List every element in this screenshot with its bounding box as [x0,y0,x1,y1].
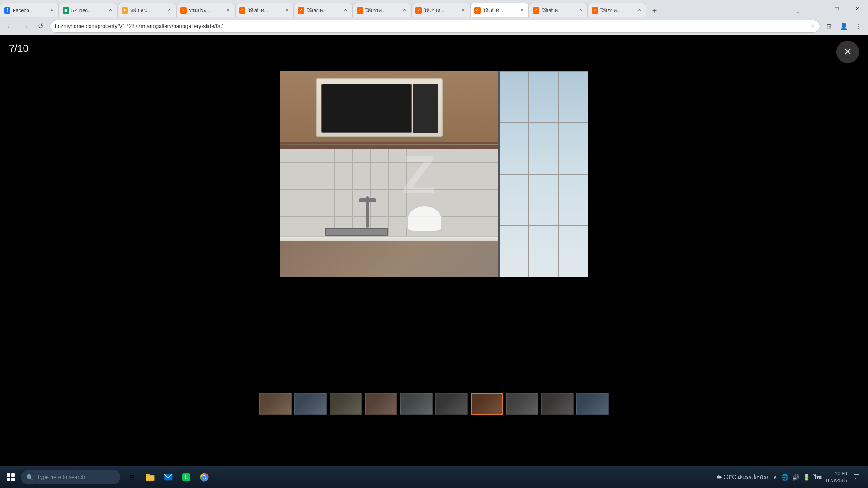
thumbnail-4[interactable] [365,393,397,415]
thumbnail-1[interactable] [259,393,292,415]
tab-title: รามประ... [189,6,225,14]
start-button[interactable] [3,469,19,485]
tab-rental-7[interactable]: Z ให้เช่าค... ✕ [588,3,646,17]
thumbnail-5[interactable] [400,393,433,415]
tab-52ideas[interactable]: ▦ 52 Idec... ✕ [59,3,118,17]
weather-widget[interactable]: 🌧 33°C ฝนตกเล็กน้อย [716,473,769,482]
taskbar-search[interactable]: 🔍 Type here to search [21,470,120,484]
favicon-chula: ✦ [122,7,128,14]
new-tab-button[interactable]: + [648,5,661,17]
chrome-button[interactable] [196,469,212,485]
thumbnail-8[interactable] [506,393,538,415]
network-icon[interactable]: 🌐 [780,473,789,482]
close-gallery-button[interactable]: ✕ [836,41,859,63]
svg-rect-2 [164,474,172,480]
tab-title: ให้เช่าค... [600,6,636,14]
tab-close-rental6[interactable]: ✕ [577,7,584,14]
clock[interactable]: 10:59 16/3/2565 [825,470,847,484]
profile-icon[interactable]: 👤 [837,20,850,33]
toolbar-icons: ⊡ 👤 ⋮ [823,20,864,33]
mail-button[interactable] [160,469,176,485]
tab-rental-1[interactable]: Z ให้เช่าค... ✕ [235,3,294,17]
tab-ram[interactable]: Z รามประ... ✕ [176,3,235,17]
thumbnail-10[interactable] [576,393,609,415]
thumbnail-7-active[interactable] [471,393,503,415]
rain-icon: 🌧 [716,474,722,481]
tab-close-rental4[interactable]: ✕ [460,7,466,14]
more-options-icon[interactable]: ⋮ [852,20,864,33]
tab-rental-6[interactable]: Z ให้เช่าค... ✕ [529,3,588,17]
favicon-rental2: Z [298,7,304,14]
tab-rental-3[interactable]: Z ให้เช่าค... ✕ [353,3,411,17]
language-indicator[interactable]: ไทย [814,473,822,481]
tab-rental-2[interactable]: Z ให้เช่าค... ✕ [294,3,353,17]
temperature: 33°C [724,474,736,480]
notification-icon: 🗨 [853,474,859,481]
svg-text:L: L [185,474,188,480]
tab-title: ให้เช่าค... [248,6,283,14]
window-buttons: — □ ✕ [806,0,868,17]
address-bar-row: ← → ↺ th.zmyhome.com/property/V172877#na… [0,17,868,35]
windows-logo-icon [7,473,15,481]
tab-title: จุฬา สน... [130,6,166,14]
time-display: 10:59 [825,470,847,477]
speaker-icon[interactable]: 🔊 [791,473,800,482]
tab-close-ram[interactable]: ✕ [225,7,231,14]
favicon-facebook: f [4,7,10,14]
tab-close-rental2[interactable]: ✕ [342,7,349,14]
tab-facebook[interactable]: f Facebo... ✕ [0,3,59,17]
url-text: th.zmyhome.com/property/V172877#nanogall… [55,23,810,29]
close-window-button[interactable]: ✕ [847,0,868,17]
thumbnail-6[interactable] [435,393,468,415]
tab-close-rental1[interactable]: ✕ [283,7,290,14]
chevron-up-icon[interactable]: ∧ [772,473,778,482]
favicon-rental4: Z [415,7,422,14]
back-button[interactable]: ← [4,20,16,33]
search-icon: 🔍 [26,474,33,481]
maximize-button[interactable]: □ [826,0,847,17]
tab-title: ให้เช่าค... [542,6,577,14]
address-bar[interactable]: th.zmyhome.com/property/V172877#nanogall… [50,20,820,33]
line-button[interactable]: L [178,469,194,485]
favicon-rental6: Z [533,7,539,14]
forward-button[interactable]: → [19,20,32,33]
slide-counter: 7/10 [9,42,28,54]
tab-dropdown[interactable]: ⌄ [791,5,804,17]
tab-title: ให้เช่าค... [307,6,342,14]
battery-icon[interactable]: 🔋 [802,473,811,482]
thumbnail-3[interactable] [330,393,362,415]
taskbar-apps: ⊞ L [122,469,214,485]
taskbar: 🔍 Type here to search ⊞ L [0,466,868,488]
tab-rental-5-active[interactable]: Z ให้เช่าค... ✕ [470,3,529,17]
favicon-ram: Z [180,7,187,14]
reload-button[interactable]: ↺ [34,20,47,33]
main-image: Z [280,71,588,277]
task-view-button[interactable]: ⊞ [124,469,140,485]
svg-rect-1 [146,474,150,476]
tab-close-rental7[interactable]: ✕ [636,7,642,14]
tab-title: ให้เช่าค... [365,6,401,14]
tab-title: ให้เช่าค... [424,6,460,14]
minimize-button[interactable]: — [806,0,826,17]
favicon-rental3: Z [357,7,363,14]
tab-close-rental3[interactable]: ✕ [401,7,407,14]
thumbnail-9[interactable] [541,393,574,415]
tab-close-rental5[interactable]: ✕ [519,7,525,14]
tab-close-52ideas[interactable]: ✕ [107,7,113,14]
tab-bar: f Facebo... ✕ ▦ 52 Idec... ✕ ✦ จุฬา สน..… [0,0,868,17]
extension-icon[interactable]: ⊡ [823,20,835,33]
tab-controls: ⌄ [791,5,806,17]
date-display: 16/3/2565 [825,477,847,484]
tab-close-chula[interactable]: ✕ [166,7,172,14]
thumbnail-2[interactable] [294,393,327,415]
tab-close-facebook[interactable]: ✕ [48,7,55,14]
file-explorer-button[interactable] [142,469,158,485]
favicon-rental1: Z [239,7,245,14]
notification-center-button[interactable]: 🗨 [850,471,863,483]
bookmark-icon[interactable]: ☆ [810,23,815,30]
tab-chula[interactable]: ✦ จุฬา สน... ✕ [118,3,176,17]
tab-rental-4[interactable]: Z ให้เช่าค... ✕ [411,3,470,17]
favicon-rental7: Z [592,7,598,14]
search-placeholder-text: Type here to search [37,474,85,480]
taskbar-right: 🌧 33°C ฝนตกเล็กน้อย ∧ 🌐 🔊 🔋 ไทย 10:59 16… [716,470,865,484]
